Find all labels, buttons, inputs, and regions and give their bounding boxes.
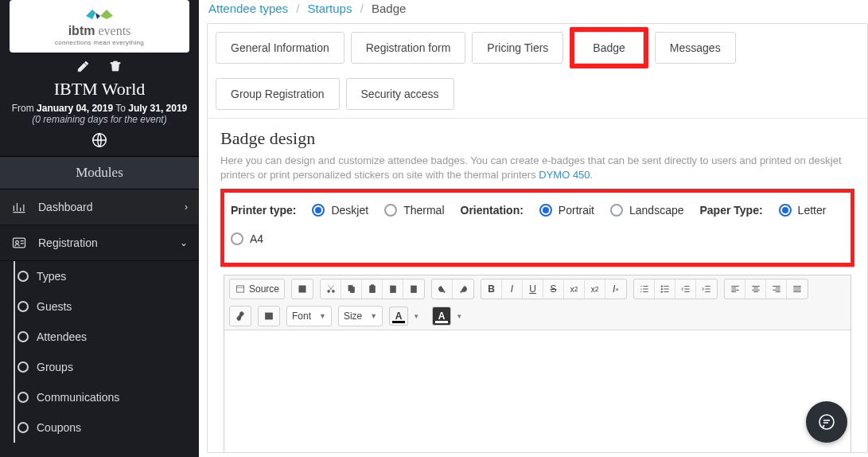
tab-general-information[interactable]: General Information <box>216 32 344 64</box>
cut-button[interactable] <box>321 279 341 299</box>
chevron-right-icon: › <box>185 201 188 213</box>
align-right-button[interactable] <box>766 279 787 299</box>
tree-item-communications[interactable]: Communications <box>14 382 199 412</box>
radio-icon <box>539 204 552 217</box>
section-title: Badge design <box>220 128 854 149</box>
tab-badge[interactable]: Badge <box>570 27 648 68</box>
tab-group-registration[interactable]: Group Registration <box>216 78 340 110</box>
tab-messages[interactable]: Messages <box>655 32 736 64</box>
breadcrumb-current: Badge <box>372 2 406 15</box>
event-meta: IBTM World From January 04, 2019 To July… <box>0 53 199 156</box>
radio-icon <box>231 232 243 245</box>
tab-registration-form[interactable]: Registration form <box>351 32 466 64</box>
globe-icon[interactable] <box>8 131 191 151</box>
event-title: IBTM World <box>8 79 191 100</box>
strike-button[interactable]: S <box>543 279 564 299</box>
svg-point-6 <box>327 291 329 293</box>
svg-point-17 <box>661 291 663 293</box>
chat-fab[interactable] <box>806 401 847 443</box>
tree-item-coupons[interactable]: Coupons <box>14 412 199 443</box>
logo-card: ibtm events connections mean everything <box>10 0 189 53</box>
radio-landscape[interactable]: Landscape <box>610 204 684 217</box>
bullet-list-button[interactable] <box>655 279 675 299</box>
font-select[interactable]: Font▼ <box>286 306 332 326</box>
logo-tagline: connections mean everything <box>18 39 181 46</box>
radio-icon <box>312 204 325 217</box>
svg-rect-3 <box>236 286 243 292</box>
size-select[interactable]: Size▼ <box>338 306 383 326</box>
radio-portrait[interactable]: Portrait <box>539 204 594 217</box>
tree-item-guests[interactable]: Guests <box>14 291 199 322</box>
nav-registration[interactable]: Registration ⌄ <box>0 225 199 261</box>
indent-button[interactable] <box>696 279 717 299</box>
radio-deskjet[interactable]: Deskjet <box>312 204 368 217</box>
editor-body[interactable] <box>224 330 850 453</box>
registration-tree: Types Guests Attendees Groups Communicat… <box>6 261 199 443</box>
align-justify-button[interactable] <box>787 279 808 299</box>
orientation-label: Orientation: <box>461 204 524 217</box>
radio-thermal[interactable]: Thermal <box>384 204 444 217</box>
paste-text-button[interactable] <box>383 279 403 299</box>
radio-icon <box>610 204 623 217</box>
nav-dashboard-label: Dashboard <box>38 201 93 213</box>
tab-security-access[interactable]: Security access <box>346 78 454 110</box>
italic-button[interactable]: I <box>502 279 523 299</box>
radio-icon <box>384 204 397 217</box>
tree-item-types[interactable]: Types <box>14 261 199 291</box>
svg-point-20 <box>819 415 834 429</box>
panel: General Information Registration form Pr… <box>207 23 868 453</box>
chevron-down-icon: ⌄ <box>180 237 188 248</box>
breadcrumb-startups[interactable]: Startups <box>308 2 352 15</box>
outdent-button[interactable] <box>675 279 696 299</box>
paste-word-button[interactable]: W <box>403 279 424 299</box>
radio-letter[interactable]: Letter <box>779 204 827 217</box>
dymo-link[interactable]: DYMO 450 <box>539 169 590 181</box>
nav-registration-label: Registration <box>38 236 98 249</box>
svg-point-19 <box>267 314 268 316</box>
main-content: Attendee types / Startups / Badge Genera… <box>199 0 868 457</box>
event-dates: From January 04, 2019 To July 31, 2019 (… <box>8 103 191 125</box>
chart-icon <box>11 199 27 215</box>
help-text: Here you can design and customize attend… <box>220 154 854 182</box>
badge-options: Printer type: Deskjet Thermal Orientatio… <box>220 189 854 267</box>
source-button[interactable]: Source <box>230 279 284 299</box>
remove-format-button[interactable]: I× <box>605 279 626 299</box>
logo-icon <box>81 5 118 22</box>
chevron-down-icon: ▼ <box>370 312 377 320</box>
bg-color-button[interactable]: A <box>432 307 451 326</box>
underline-button[interactable]: U <box>523 279 543 299</box>
breadcrumb-attendee-types[interactable]: Attendee types <box>208 2 288 15</box>
undo-button[interactable] <box>432 279 453 299</box>
tree-item-attendees[interactable]: Attendees <box>14 322 199 352</box>
tab-content: Badge design Here you can design and cus… <box>208 119 867 453</box>
svg-rect-9 <box>350 287 354 293</box>
paste-button[interactable] <box>362 279 383 299</box>
tree-item-groups[interactable]: Groups <box>14 352 199 382</box>
bold-button[interactable]: B <box>481 279 502 299</box>
breadcrumb: Attendee types / Startups / Badge <box>199 0 868 23</box>
preview-button[interactable] <box>292 279 313 299</box>
text-color-button[interactable]: A <box>389 307 408 326</box>
subscript-button[interactable]: x2 <box>564 279 585 299</box>
radio-a4[interactable]: A4 <box>231 232 263 245</box>
image-button[interactable] <box>259 307 279 326</box>
nav-dashboard[interactable]: Dashboard › <box>0 189 199 225</box>
paper-type-label: Paper Type: <box>700 204 763 217</box>
align-center-button[interactable] <box>745 279 766 299</box>
sidebar: ibtm events connections mean everything … <box>0 0 199 457</box>
link-button[interactable] <box>230 307 251 326</box>
rich-text-editor: Source W <box>224 275 851 453</box>
tab-pricing-tiers[interactable]: Pricing Tiers <box>472 32 563 64</box>
modules-header: Modules <box>0 156 199 189</box>
trash-icon[interactable] <box>108 59 123 76</box>
numbered-list-button[interactable] <box>634 279 655 299</box>
svg-point-7 <box>332 291 334 293</box>
edit-icon[interactable] <box>76 59 91 76</box>
redo-button[interactable] <box>453 279 473 299</box>
copy-button[interactable] <box>341 279 362 299</box>
svg-point-2 <box>16 240 19 244</box>
svg-rect-11 <box>371 285 374 287</box>
superscript-button[interactable]: x2 <box>585 279 605 299</box>
align-left-button[interactable] <box>725 279 745 299</box>
user-card-icon <box>11 235 27 251</box>
